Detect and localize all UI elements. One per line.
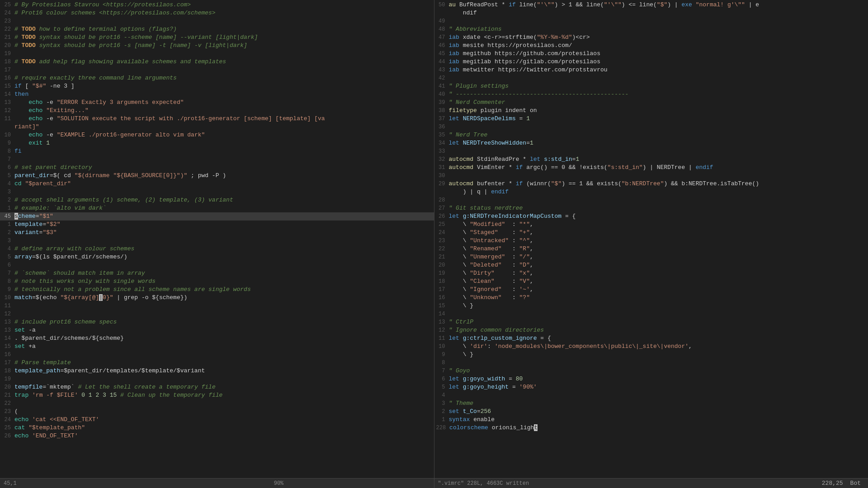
line-row: 6# set parent directory bbox=[0, 164, 434, 172]
line-row: 3 bbox=[0, 237, 434, 245]
line-row: 34let NERDTreeShowHidden=1 bbox=[434, 139, 868, 147]
line-row: 4# define array with colour schemes bbox=[0, 245, 434, 253]
line-row: 8# note this works only with single word… bbox=[0, 277, 434, 286]
line-row: 39" Nerd Commenter bbox=[434, 99, 868, 107]
line-row: 9 \ } bbox=[434, 351, 868, 359]
line-row: 24# Prot16 colour schemes <https://prote… bbox=[0, 9, 434, 17]
line-row: 38filetype plugin indent on bbox=[434, 107, 868, 115]
line-row: 1template="$2" bbox=[0, 221, 434, 229]
line-row: 16 bbox=[0, 351, 434, 359]
left-status-left: 45,1 90% bbox=[0, 480, 434, 487]
right-status-left: ".vimrc" 228L, 4663C written bbox=[434, 480, 811, 487]
left-pct: 90% bbox=[274, 480, 284, 487]
line-row: 25cat "$template_path" bbox=[0, 424, 434, 432]
line-row: ) | q | endif bbox=[434, 188, 868, 196]
line-row: 30 bbox=[434, 172, 868, 180]
line-row: 4cd "$parent_dir" bbox=[0, 180, 434, 188]
right-bot-indicator: Bot bbox=[850, 480, 864, 487]
left-pane: 25# By Protesilaos Stavrou <https://prot… bbox=[0, 0, 434, 488]
line-row: 37let NERDSpaceDelims = 1 bbox=[434, 115, 868, 123]
line-row: 228colorscheme orionis_light bbox=[434, 424, 868, 432]
line-row: 9# technically not a problem since all s… bbox=[0, 286, 434, 294]
line-row: 18# TODO add help flag showing available… bbox=[0, 58, 434, 66]
line-row: 26echo 'END_OF_TEXT' bbox=[0, 432, 434, 440]
line-row: 21# TODO syntax should be prot16 --schem… bbox=[0, 33, 434, 42]
right-statusbar: ".vimrc" 228L, 4663C written 228,25 Bot bbox=[434, 478, 868, 488]
line-row: 18 \ "Clean" : "V", bbox=[434, 277, 868, 286]
line-row: riant]" bbox=[0, 123, 434, 131]
line-row: 29autocmd bufenter * if (winnr("$") == 1… bbox=[434, 180, 868, 188]
line-row: 22 bbox=[0, 399, 434, 408]
line-row: 16# require exactly three command line a… bbox=[0, 74, 434, 82]
line-row: 44iab megitlab https://gitlab.com/protes… bbox=[434, 58, 868, 66]
line-row: 3" Theme bbox=[434, 399, 868, 408]
line-row: 47iab xdate <c-r>=strftime("%Y-%m-%d")<c… bbox=[434, 33, 868, 42]
line-row: 15 \ } bbox=[434, 302, 868, 310]
right-code-area[interactable]: 50au BufReadPost * if line("'\"") > 1 &&… bbox=[434, 0, 868, 478]
line-row: 41" Plugin settings bbox=[434, 82, 868, 90]
line-row: 12 bbox=[0, 310, 434, 318]
left-statusbar: 45,1 90% bbox=[0, 478, 434, 488]
line-row: 15if [ "$#" -ne 3 ] bbox=[0, 82, 434, 90]
line-row: ndif bbox=[434, 9, 868, 17]
line-row: 50au BufReadPost * if line("'\"") > 1 &&… bbox=[434, 1, 868, 9]
line-row: 1syntax enable bbox=[434, 416, 868, 424]
line-row: 42 bbox=[434, 74, 868, 82]
line-row: 2# accept shell arguments (1) scheme, (2… bbox=[0, 196, 434, 204]
line-row: 17# Parse template bbox=[0, 359, 434, 367]
line-row: 15set +a bbox=[0, 343, 434, 351]
line-row: 9 exit 1 bbox=[0, 139, 434, 147]
line-row: 5let g:goyo_height = '90%' bbox=[434, 383, 868, 391]
right-file-info: ".vimrc" 228L, 4663C written bbox=[438, 480, 529, 487]
line-row: 14then bbox=[0, 90, 434, 99]
line-row: 43iab metwitter https://twitter.com/prot… bbox=[434, 66, 868, 74]
line-row: 17 \ "Ignored" : '~', bbox=[434, 286, 868, 294]
line-row: 19 bbox=[0, 375, 434, 383]
line-row: 23( bbox=[0, 408, 434, 416]
line-row: 19 \ "Dirty" : "x", bbox=[434, 269, 868, 277]
line-row: 35" Nerd Tree bbox=[434, 131, 868, 139]
line-row: 21 \ "Unmerged" : "/", bbox=[434, 253, 868, 261]
line-row: 19 bbox=[0, 50, 434, 58]
line-row: 2variant="$3" bbox=[0, 229, 434, 237]
line-row: 7# `scheme` should match item in array bbox=[0, 269, 434, 277]
line-row: 48" Abbreviations bbox=[434, 25, 868, 33]
left-cursor-pos: 45,1 bbox=[4, 480, 17, 487]
line-row: 12 echo "Exiting..." bbox=[0, 107, 434, 115]
line-row: 12" Ignore common directories bbox=[434, 326, 868, 334]
line-row: 20 \ "Deleted" : "D", bbox=[434, 261, 868, 269]
line-row: 21trap 'rm -f $FILE' 0 1 2 3 15 # Clean … bbox=[0, 391, 434, 399]
line-row: 28 bbox=[434, 196, 868, 204]
line-row: 2set t_Co=256 bbox=[434, 408, 868, 416]
line-row: 25 \ "Modified" : "*", bbox=[434, 221, 868, 229]
line-row: 31autocmd VimEnter * if argc() == 0 && !… bbox=[434, 164, 868, 172]
left-code-area[interactable]: 25# By Protesilaos Stavrou <https://prot… bbox=[0, 0, 434, 478]
line-row: 6 bbox=[0, 261, 434, 269]
line-row: 13" CtrlP bbox=[434, 318, 868, 326]
line-row: 23 \ "Untracked" : "^", bbox=[434, 237, 868, 245]
line-row: 18template_path=$parent_dir/templates/$t… bbox=[0, 367, 434, 375]
line-row: 45iab megithub https://github.com/protes… bbox=[434, 50, 868, 58]
line-row: 36 bbox=[434, 123, 868, 131]
line-row: 23 bbox=[0, 17, 434, 25]
line-row: 13 echo -e "ERROR Exactly 3 arguments ex… bbox=[0, 99, 434, 107]
line-row: 5array=$(ls $parent_dir/schemes/) bbox=[0, 253, 434, 261]
right-cursor-pos: 228,25 bbox=[815, 480, 850, 487]
line-row: 1# example: `alto vim dark` bbox=[0, 204, 434, 212]
line-row: 24 \ "Staged" : "+", bbox=[434, 229, 868, 237]
line-row: 49 bbox=[434, 17, 868, 25]
line-row: 11 bbox=[0, 302, 434, 310]
line-row: 8 bbox=[434, 359, 868, 367]
line-row: 6let g:goyo_width = 80 bbox=[434, 375, 868, 383]
line-row: 20# TODO syntax should be prot16 -s [nam… bbox=[0, 42, 434, 50]
line-row: 7" Goyo bbox=[434, 367, 868, 375]
line-row: 8fi bbox=[0, 147, 434, 155]
line-row: 20tempfile=`mktemp` # Let the shell crea… bbox=[0, 383, 434, 391]
line-row: 14 bbox=[434, 310, 868, 318]
line-row: 5parent_dir=$( cd "$(dirname "${BASH_SOU… bbox=[0, 172, 434, 180]
line-row: 24echo 'cat <<END_OF_TEXT' bbox=[0, 416, 434, 424]
editor-container: 25# By Protesilaos Stavrou <https://prot… bbox=[0, 0, 868, 488]
line-row: 11let g:ctrlp_custom_ignore = { bbox=[434, 334, 868, 343]
line-row: 33 bbox=[434, 147, 868, 155]
line-row-active: 45scheme="$1" bbox=[0, 212, 434, 221]
